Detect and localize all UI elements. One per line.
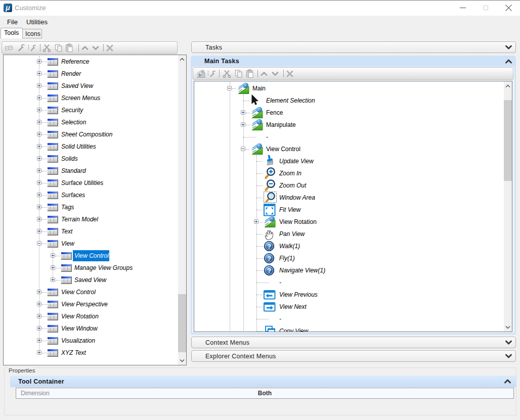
svg-text:?: ?	[267, 243, 271, 250]
svg-text:μ: μ	[5, 4, 10, 12]
svg-text:?: ?	[267, 267, 271, 274]
svg-text:?: ?	[267, 255, 271, 262]
